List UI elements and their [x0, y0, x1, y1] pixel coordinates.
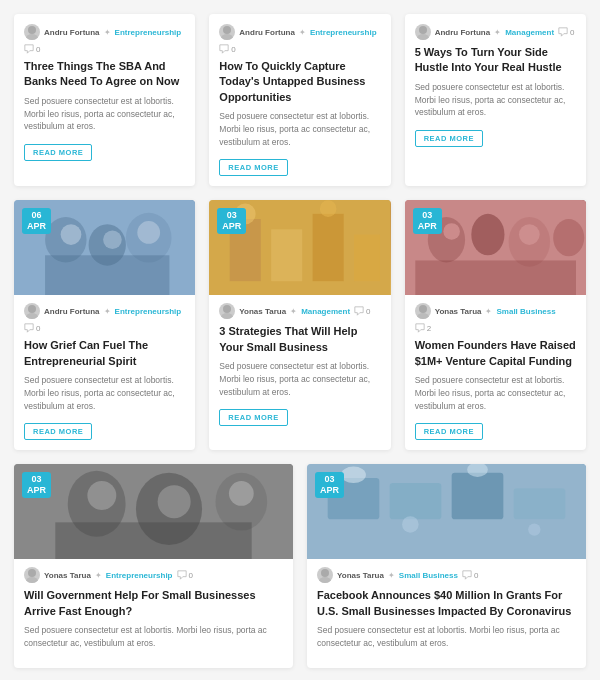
comment-count: 0: [558, 27, 574, 37]
comment-icon: [24, 323, 34, 333]
svg-rect-47: [390, 484, 442, 520]
avatar: [415, 24, 431, 40]
svg-point-0: [28, 26, 36, 34]
card-title: Women Founders Have Raised $1M+ Venture …: [415, 338, 576, 369]
svg-rect-39: [55, 523, 251, 560]
comment-count: 0: [354, 306, 370, 316]
svg-point-15: [26, 313, 38, 319]
svg-point-5: [417, 34, 429, 40]
category-label: Entrepreneurship: [106, 571, 173, 580]
author-name: Yonas Tarua: [44, 571, 91, 580]
svg-rect-18: [271, 230, 302, 282]
card-excerpt: Sed posuere consectetur est at lobortis.…: [24, 624, 283, 650]
category-label: Management: [301, 307, 350, 316]
meta-separator: ✦: [388, 571, 395, 580]
comment-count: 0: [24, 44, 40, 54]
section-1: Andru Fortuna ✦ Entrepreneurship 0 Three…: [0, 0, 600, 200]
svg-point-33: [419, 305, 427, 313]
read-more-button[interactable]: READ MORE: [219, 159, 287, 176]
section-3: 03 APR Yonas Tarua ✦ Entrepreneurship: [0, 464, 600, 680]
svg-point-41: [158, 486, 191, 519]
article-card: 03 APR Yonas Tarua ✦ Entrepreneurship: [14, 464, 293, 667]
svg-point-11: [61, 225, 82, 246]
svg-rect-30: [415, 261, 576, 296]
avatar: [24, 303, 40, 319]
svg-point-42: [229, 481, 254, 506]
svg-point-23: [223, 305, 231, 313]
svg-point-12: [103, 231, 122, 250]
read-more-button[interactable]: READ MORE: [415, 423, 483, 440]
card-title: Will Government Help For Small Businesse…: [24, 588, 283, 619]
author-name: Yonas Tarua: [337, 571, 384, 580]
card-meta: Andru Fortuna ✦ Management 0: [415, 24, 576, 40]
meta-separator: ✦: [104, 28, 111, 37]
avatar: [24, 567, 40, 583]
card-excerpt: Sed posuere consectetur est at lobortis.…: [415, 81, 576, 119]
author-name: Yonas Tarua: [435, 307, 482, 316]
card-image-wrap: 03 APR: [307, 464, 586, 559]
meta-separator: ✦: [95, 571, 102, 580]
card-meta: Andru Fortuna ✦ Entrepreneurship 0: [24, 303, 185, 333]
svg-point-53: [528, 524, 540, 536]
category-label: Small Business: [399, 571, 458, 580]
svg-rect-10: [45, 256, 169, 296]
comment-count: 0: [219, 44, 235, 54]
card-meta: Yonas Tarua ✦ Small Business 2: [415, 303, 576, 333]
category-label: Entrepreneurship: [115, 307, 182, 316]
svg-point-43: [28, 569, 36, 577]
avatar: [219, 303, 235, 319]
svg-point-27: [471, 214, 504, 255]
svg-point-4: [419, 26, 427, 34]
card-title: 3 Strategies That Will Help Your Small B…: [219, 324, 380, 355]
card-meta: Andru Fortuna ✦ Entrepreneurship 0: [24, 24, 185, 54]
read-more-button[interactable]: READ MORE: [415, 130, 483, 147]
svg-point-50: [341, 467, 366, 484]
card-meta: Yonas Tarua ✦ Management 0: [219, 303, 380, 319]
card-title: How To Quickly Capture Today's Untapped …: [219, 59, 380, 105]
article-card: Andru Fortuna ✦ Entrepreneurship 0 How T…: [209, 14, 390, 186]
svg-point-14: [28, 305, 36, 313]
card-body: Yonas Tarua ✦ Entrepreneurship 0 Will Go…: [14, 559, 293, 667]
article-card: Andru Fortuna ✦ Management 0 5 Ways To T…: [405, 14, 586, 186]
card-excerpt: Sed posuere consectetur est at lobortis.…: [24, 95, 185, 133]
avatar: [317, 567, 333, 583]
category-label: Small Business: [496, 307, 555, 316]
comment-count: 0: [24, 323, 40, 333]
read-more-button[interactable]: READ MORE: [24, 423, 92, 440]
card-image-wrap: 03 APR: [209, 200, 390, 295]
card-excerpt: Sed posuere consectetur est at lobortis.…: [317, 624, 576, 650]
svg-point-2: [223, 26, 231, 34]
date-badge: 03 APR: [413, 208, 442, 234]
article-card: 03 APR Yonas Tarua ✦ Small Business: [307, 464, 586, 667]
meta-separator: ✦: [299, 28, 306, 37]
date-badge: 03 APR: [22, 472, 51, 498]
meta-separator: ✦: [290, 307, 297, 316]
card-excerpt: Sed posuere consectetur est at lobortis.…: [219, 110, 380, 148]
svg-point-44: [26, 577, 38, 583]
author-name: Andru Fortuna: [239, 28, 295, 37]
comment-icon: [462, 570, 472, 580]
svg-point-31: [443, 224, 460, 241]
comment-icon: [558, 27, 568, 37]
card-excerpt: Sed posuere consectetur est at lobortis.…: [415, 374, 576, 412]
article-card: 06 APR Andru Fortuna ✦ Entrepreneurship: [14, 200, 195, 450]
meta-separator: ✦: [485, 307, 492, 316]
card-title: 5 Ways To Turn Your Side Hustle Into You…: [415, 45, 576, 76]
comment-icon: [415, 323, 425, 333]
avatar: [219, 24, 235, 40]
read-more-button[interactable]: READ MORE: [24, 144, 92, 161]
comment-count: 0: [177, 570, 193, 580]
section-2: 06 APR Andru Fortuna ✦ Entrepreneurship: [0, 200, 600, 464]
article-card: 03 APR Yonas Tarua ✦ Management: [209, 200, 390, 450]
category-label: Entrepreneurship: [115, 28, 182, 37]
svg-point-34: [417, 313, 429, 319]
avatar: [415, 303, 431, 319]
date-badge: 03 APR: [217, 208, 246, 234]
comment-icon: [177, 570, 187, 580]
comment-icon: [219, 44, 229, 54]
svg-point-24: [221, 313, 233, 319]
svg-rect-48: [452, 473, 504, 520]
read-more-button[interactable]: READ MORE: [219, 409, 287, 426]
meta-separator: ✦: [494, 28, 501, 37]
svg-point-54: [321, 569, 329, 577]
